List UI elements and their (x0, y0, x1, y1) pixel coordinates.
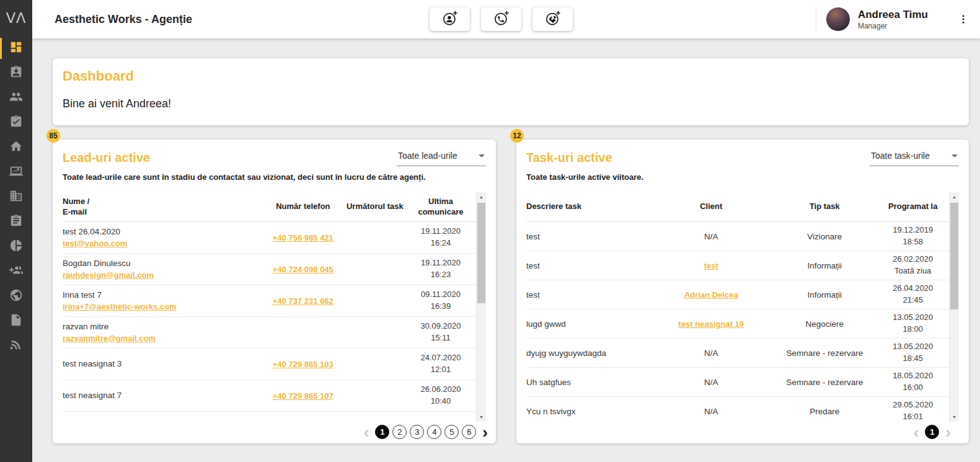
lead-phone-link[interactable]: +40 729 865 103 (273, 360, 333, 369)
leads-table-scrollbar[interactable]: ▲ ▼ (476, 192, 486, 422)
page-button-1[interactable]: 1 (925, 425, 939, 439)
add-deal-button[interactable] (532, 7, 573, 31)
task-client-link[interactable]: test neasignat 19 (679, 319, 744, 329)
col-phone: Număr telefon (264, 202, 342, 211)
page-button-5[interactable]: 5 (444, 425, 459, 439)
task-scheduled-at: 26.02.2020Toată ziua (879, 254, 946, 277)
active-leads-panel: 85 Lead-uri active Toate lead-urile Toat… (53, 140, 496, 443)
next-page-arrow[interactable]: › (482, 426, 488, 438)
lead-last-communication: 09.11.202016:39 (408, 289, 474, 313)
tasks-table: Descriere task Client Tip task Programat… (526, 192, 959, 422)
sidebar-nav (0, 36, 32, 358)
task-description: test (526, 290, 540, 300)
tasks-filter-select[interactable]: Toate task-urile (870, 149, 959, 166)
lead-phone-link[interactable]: +40 724 098 045 (273, 265, 333, 274)
scroll-thumb[interactable] (477, 203, 485, 303)
lead-email-link[interactable]: rauhdesign@gmail.com (63, 270, 154, 280)
sidebar-item-pie-chart[interactable] (0, 234, 32, 259)
task-description: Uh satgfues (526, 378, 571, 387)
task-type: Predare (810, 407, 839, 416)
sidebar-item-building[interactable] (0, 185, 32, 210)
scroll-up-icon[interactable]: ▲ (950, 195, 959, 199)
clipboard-icon (9, 214, 23, 230)
leads-filter-value: Toate lead-urile (398, 151, 457, 161)
lead-phone-link[interactable]: +40 737 231 662 (273, 296, 333, 306)
add-contact-button[interactable] (430, 7, 470, 31)
task-description: dyujg wuyguywdagda (526, 349, 606, 358)
phone-add-circle-icon (493, 10, 510, 29)
sidebar-item-clipboard[interactable] (0, 210, 32, 234)
page-button-2[interactable]: 2 (392, 425, 407, 439)
page-button-6[interactable]: 6 (462, 425, 476, 439)
tasks-table-scrollbar[interactable]: ▲ ▼ (949, 192, 959, 422)
lead-row: test neasignat 3 +40 729 865 103 24.07.2… (63, 349, 486, 380)
lead-email-link[interactable]: test@yahoo.com (63, 239, 127, 248)
next-page-arrow[interactable]: › (945, 426, 951, 438)
task-scheduled-at: 13.05.202018:45 (879, 341, 946, 365)
scroll-down-icon[interactable]: ▼ (477, 415, 486, 419)
leads-count-badge: 85 (46, 129, 60, 143)
sidebar-item-person-add[interactable] (0, 259, 32, 284)
prev-page-arrow[interactable]: ‹ (364, 426, 369, 438)
contact-badge-icon (9, 65, 23, 81)
col-name-email: Nume / E-mail (63, 197, 264, 217)
task-scheduled-at: 18.05.202016:00 (879, 370, 946, 394)
sidebar-item-people[interactable] (0, 86, 32, 110)
tasks-panel-description: Toate task-urile active viitoare. (526, 172, 959, 182)
avatar[interactable] (826, 7, 850, 31)
lead-last-communication: 19.11.202016:23 (408, 257, 474, 281)
page-button-1[interactable]: 1 (375, 425, 389, 439)
user-menu[interactable]: Andreea Timu Manager (816, 0, 973, 38)
user-name: Andreea Timu (858, 8, 928, 21)
add-call-button[interactable] (481, 7, 521, 31)
home-icon (9, 140, 23, 156)
task-type: Vizionare (807, 232, 842, 241)
sidebar-item-dashboard[interactable] (0, 36, 32, 61)
leads-table: Nume / E-mail Număr telefon Următorul ta… (63, 192, 486, 422)
lead-last-communication: 26.06.202010:40 (408, 384, 474, 407)
scroll-up-icon[interactable]: ▲ (477, 195, 486, 199)
leads-rows: test 26.04.2020 test@yahoo.com +40 756 9… (63, 222, 486, 422)
task-description: test (526, 232, 540, 241)
col-last-communication: Ultima comunicare (408, 197, 474, 217)
tasks-pagination: ‹1› (911, 425, 954, 439)
leads-filter-select[interactable]: Toate lead-urile (397, 149, 486, 166)
task-type: Informații (808, 290, 842, 300)
lead-row: Irina test 7 irina+7@aesthetic-works.com… (63, 285, 486, 317)
lead-email-link[interactable]: razvanmitre@gmail.com (63, 334, 156, 343)
sidebar-item-document[interactable] (0, 309, 32, 334)
task-type: Negociere (806, 319, 844, 329)
prev-page-arrow[interactable]: ‹ (914, 426, 919, 438)
welcome-card: Dashboard Bine ai venit Andreea! (53, 58, 969, 125)
page-button-4[interactable]: 4 (427, 425, 441, 439)
task-row: lugd gwwd test neasignat 19 Negociere 13… (526, 309, 959, 339)
lead-last-communication: 24.07.202012:01 (408, 352, 474, 376)
task-client-link[interactable]: test (704, 261, 718, 270)
welcome-message: Bine ai venit Andreea! (63, 97, 171, 110)
col-task-description: Descriere task (526, 202, 652, 211)
sidebar-item-contact-badge[interactable] (0, 61, 32, 86)
laptop-chart-icon (9, 164, 23, 180)
sidebar-item-globe[interactable] (0, 284, 32, 309)
quick-actions (430, 7, 573, 31)
sidebar: VΛ (0, 0, 32, 462)
sidebar-item-clipboard-check[interactable] (0, 110, 32, 135)
lead-email-link[interactable]: irina+7@aesthetic-works.com (63, 302, 177, 311)
tasks-rows: test N/A Vizionare 19.12.201918:58 test … (526, 222, 959, 422)
sidebar-item-laptop-chart[interactable] (0, 160, 32, 185)
task-description: lugd gwwd (526, 319, 566, 329)
task-client: N/A (704, 349, 718, 358)
kebab-menu-icon[interactable] (958, 14, 969, 25)
col-task-type: Tip task (770, 202, 879, 211)
lead-phone-link[interactable]: +40 729 865 107 (273, 391, 333, 401)
tasks-panel-title: Task-uri active (526, 151, 612, 165)
sidebar-item-home[interactable] (0, 135, 32, 160)
lead-phone-link[interactable]: +40 756 985 421 (273, 233, 333, 242)
sidebar-item-rss[interactable] (0, 334, 32, 358)
scroll-thumb[interactable] (950, 203, 958, 309)
task-description: test (526, 261, 540, 270)
building-icon (9, 189, 23, 205)
task-client-link[interactable]: Adrian Delcea (684, 290, 738, 300)
scroll-down-icon[interactable]: ▼ (950, 415, 959, 419)
page-button-3[interactable]: 3 (410, 425, 424, 439)
